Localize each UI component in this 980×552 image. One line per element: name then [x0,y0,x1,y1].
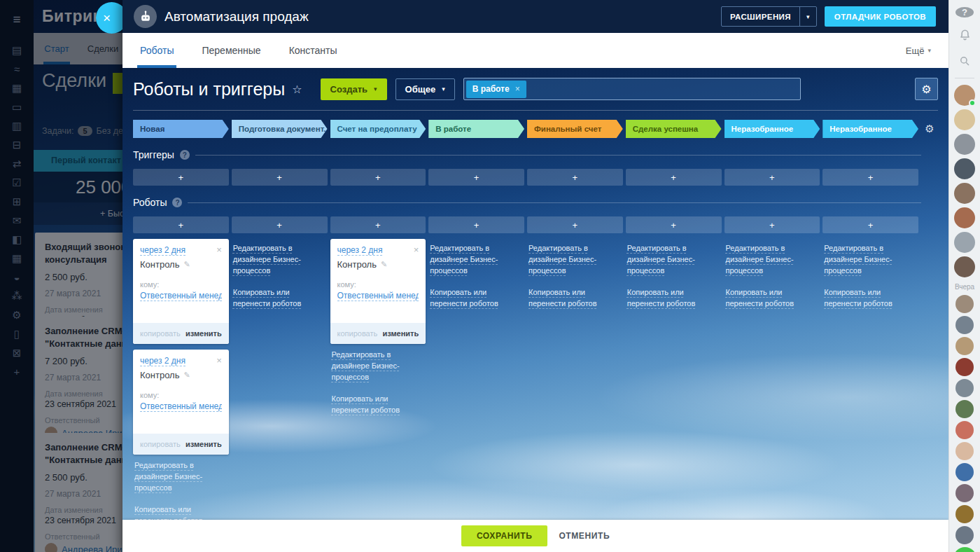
create-button[interactable]: Создать▾ [321,78,387,100]
avatar[interactable] [954,158,975,179]
edit-robot-link[interactable]: изменить [382,329,419,338]
stage-chip[interactable]: Неразобранное [724,120,820,138]
robot-card[interactable]: через 2 дня× Контроль✎ кому: Отвественны… [133,239,229,344]
designer-link[interactable]: Редактировать в дизайнере Бизнес-процесс… [430,243,523,277]
avatar[interactable] [955,442,974,460]
designer-link[interactable]: Редактировать в дизайнере Бизнес-процесс… [627,243,720,277]
add-trigger-button[interactable]: + [626,169,722,186]
stages-settings-gear-icon[interactable]: ⚙ [921,123,938,135]
cancel-button[interactable]: ОТМЕНИТЬ [559,531,610,541]
search-icon[interactable] [958,55,971,70]
favorite-star-icon[interactable]: ☆ [292,83,302,96]
add-robot-button[interactable]: + [822,216,918,233]
designer-link[interactable]: Редактировать в дизайнере Бизнес-процесс… [726,243,819,277]
copy-robot-link[interactable]: копировать [140,440,181,448]
telephony-button[interactable] [953,547,976,552]
copy-move-link[interactable]: Копировать или перенести роботов [430,287,523,310]
avatar[interactable] [955,484,974,502]
designer-link[interactable]: Редактировать в дизайнере Бизнес-процесс… [332,350,425,383]
avatar[interactable] [955,379,974,397]
remove-filter-icon[interactable]: × [515,84,520,94]
copy-robot-link[interactable]: копировать [140,329,181,338]
add-trigger-button[interactable]: + [232,169,328,186]
avatar[interactable] [955,316,974,334]
avatar[interactable] [954,85,975,106]
copy-move-link[interactable]: Копировать или перенести роботов [528,287,622,310]
stage-chip[interactable]: Подготовка документ... [232,120,328,138]
robot-delay-link[interactable]: через 2 дня [140,356,186,366]
stage-chip[interactable]: Сделка успешна [626,120,722,138]
designer-link[interactable]: Редактировать в дизайнере Бизнес-процесс… [134,460,227,494]
add-trigger-button[interactable]: + [428,169,524,186]
robot-assignee-link[interactable]: Отвественный менед... [337,291,419,301]
add-robot-button[interactable]: + [232,216,328,233]
stage-chip[interactable]: Счет на предоплату [330,120,426,138]
robot-debugger-button[interactable]: ОТЛАДЧИК РОБОТОВ [825,6,936,27]
close-icon[interactable]: × [414,245,419,254]
filter-settings-button[interactable]: ⚙ [915,78,938,100]
avatar[interactable] [955,526,974,544]
avatar[interactable] [955,358,974,376]
add-trigger-button[interactable]: + [724,169,820,186]
avatar[interactable] [955,295,974,313]
copy-robot-link[interactable]: копировать [337,329,378,338]
save-button[interactable]: СОХРАНИТЬ [461,525,548,546]
avatar[interactable] [954,256,975,277]
overlay-dim[interactable] [0,0,123,552]
stage-chip[interactable]: Неразобранное [822,120,918,138]
designer-link[interactable]: Редактировать в дизайнере Бизнес-процесс… [233,243,326,277]
avatar[interactable] [955,421,974,439]
avatar[interactable] [954,109,975,130]
add-robot-button[interactable]: + [428,216,524,233]
avatar[interactable] [954,232,975,253]
help-icon[interactable]: ? [172,198,182,207]
tab-constants[interactable]: Константы [289,33,337,68]
avatar[interactable] [955,505,974,523]
robot-delay-link[interactable]: через 2 дня [140,245,186,256]
add-robot-button[interactable]: + [133,216,229,233]
designer-link[interactable]: Редактировать в дизайнере Бизнес-процесс… [528,243,622,277]
designer-link[interactable]: Редактировать в дизайнере Бизнес-процесс… [824,243,917,277]
edit-robot-link[interactable]: изменить [186,329,222,338]
add-trigger-button[interactable]: + [527,169,623,186]
avatar[interactable] [954,183,975,204]
scope-select[interactable]: Общее▾ [396,78,455,100]
help-icon[interactable]: ? [180,150,190,160]
avatar[interactable] [954,134,975,155]
edit-pencil-icon[interactable]: ✎ [183,371,190,380]
help-button[interactable]: ? [955,7,974,18]
edit-pencil-icon[interactable]: ✎ [183,260,190,269]
stage-chip[interactable]: Финальный счет [527,120,623,138]
add-robot-button[interactable]: + [330,216,426,233]
avatar[interactable] [954,207,975,228]
add-robot-button[interactable]: + [724,216,820,233]
avatar[interactable] [955,463,974,481]
robot-assignee-link[interactable]: Отвественный менед... [140,291,222,301]
robot-delay-link[interactable]: через 2 дня [337,245,383,256]
edit-robot-link[interactable]: изменить [186,440,222,448]
chevron-down-icon[interactable]: ▾ [800,13,816,20]
stage-chip[interactable]: В работе [428,120,524,138]
copy-move-link[interactable]: Копировать или перенести роботов [726,287,819,310]
copy-move-link[interactable]: Копировать или перенести роботов [627,287,720,310]
tab-variables[interactable]: Переменные [202,33,260,68]
avatar[interactable] [955,337,974,355]
add-trigger-button[interactable]: + [133,169,229,186]
robot-card[interactable]: через 2 дня× Контроль✎ кому: Отвественны… [133,350,229,455]
copy-move-link[interactable]: Копировать или перенести роботов [824,287,917,310]
robot-assignee-link[interactable]: Отвественный менед... [140,401,222,412]
extensions-button[interactable]: РАСШИРЕНИЯ ▾ [721,6,817,27]
add-trigger-button[interactable]: + [822,169,918,186]
edit-pencil-icon[interactable]: ✎ [381,260,387,269]
filter-search-input[interactable]: В работе× [463,78,801,100]
close-icon[interactable]: × [216,245,222,254]
copy-move-link[interactable]: Копировать или перенести роботов [233,287,326,310]
notifications-bell-icon[interactable] [958,28,972,44]
more-menu[interactable]: Ещё▾ [906,46,931,56]
close-icon[interactable]: × [216,356,222,365]
copy-move-link[interactable]: Копировать или перенести роботов [332,394,425,416]
avatar[interactable] [955,400,974,418]
robot-card[interactable]: через 2 дня× Контроль✎ кому: Отвественны… [330,239,426,344]
filter-tag[interactable]: В работе× [466,81,526,98]
add-trigger-button[interactable]: + [330,169,426,186]
